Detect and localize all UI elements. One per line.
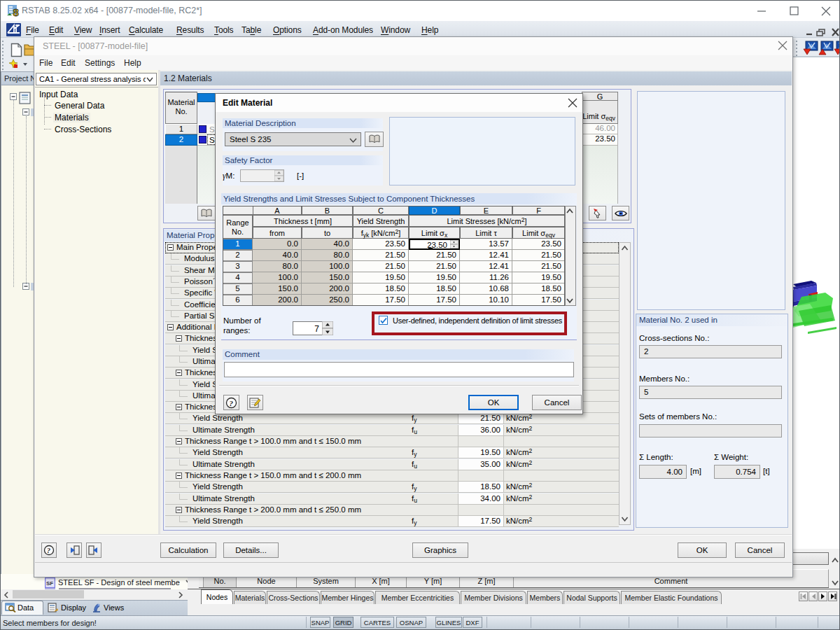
svg-text:8: 8 xyxy=(13,6,19,18)
svg-text:SF: SF xyxy=(46,580,53,587)
svg-text:?: ? xyxy=(47,547,50,554)
svg-text:?: ? xyxy=(230,398,234,407)
